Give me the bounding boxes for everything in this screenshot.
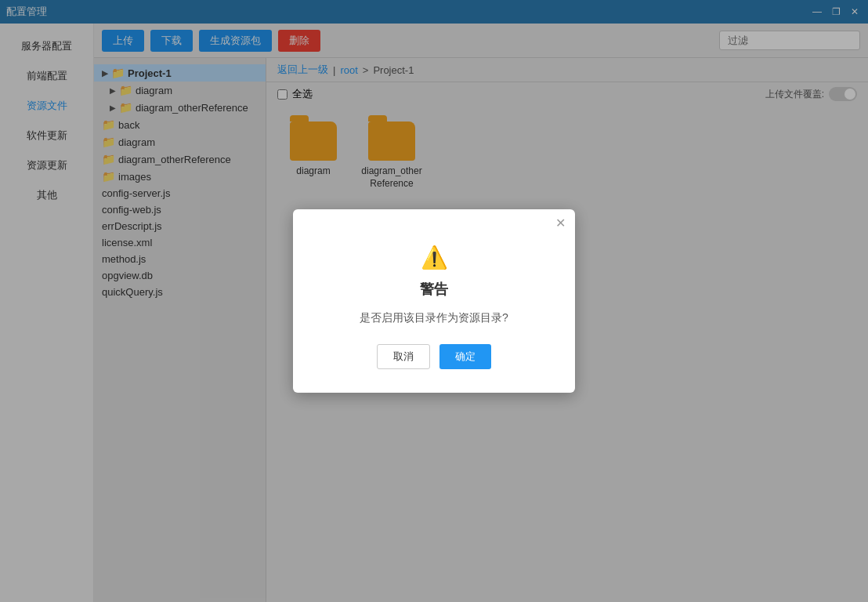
warning-icon: ⚠️ xyxy=(316,245,552,270)
modal-header: ✕ xyxy=(293,209,575,237)
modal-body: ⚠️ 警告 是否启用该目录作为资源目录? 取消 确定 xyxy=(293,237,575,393)
confirm-button[interactable]: 确定 xyxy=(439,344,491,369)
modal-close-button[interactable]: ✕ xyxy=(555,216,566,230)
modal-overlay: ✕ ⚠️ 警告 是否启用该目录作为资源目录? 取消 确定 xyxy=(0,0,868,602)
warning-modal: ✕ ⚠️ 警告 是否启用该目录作为资源目录? 取消 确定 xyxy=(293,209,575,393)
modal-title: 警告 xyxy=(316,280,552,299)
modal-message: 是否启用该目录作为资源目录? xyxy=(316,311,552,325)
modal-actions: 取消 确定 xyxy=(316,344,552,369)
cancel-button[interactable]: 取消 xyxy=(377,344,430,369)
